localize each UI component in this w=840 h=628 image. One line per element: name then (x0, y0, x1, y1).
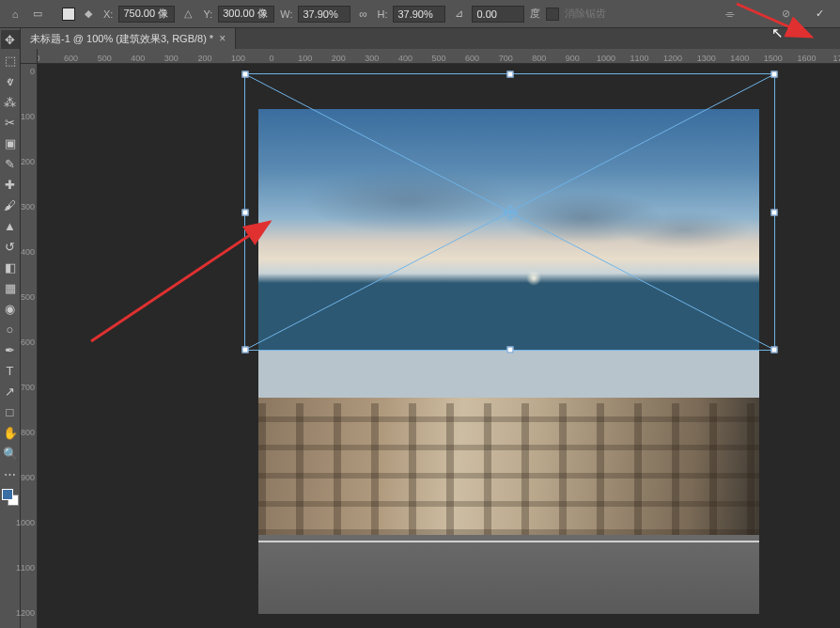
ruler-tick: 500 (21, 292, 35, 302)
ruler-tick: 1000 (16, 518, 35, 527)
eyedropper-tool[interactable]: ✎ (1, 154, 20, 173)
ruler-tick: 1000 (597, 54, 615, 63)
lasso-tool[interactable]: ⱴ (1, 71, 20, 90)
ruler-tick: 200 (332, 54, 346, 63)
ruler-tick: 200 (197, 54, 211, 63)
ruler-tick: 500 (98, 54, 112, 63)
x-input[interactable] (118, 6, 175, 23)
move-tool[interactable]: ✥ (1, 30, 20, 49)
ruler-horizontal[interactable]: 0600500400300200100010020030040050060070… (38, 49, 840, 64)
ruler-tick: 700 (499, 54, 513, 63)
zoom-tool[interactable]: 🔍 (1, 444, 20, 463)
ruler-tick: 0 (30, 67, 35, 76)
ruler-tick: 500 (431, 54, 445, 63)
ruler-tick: 600 (21, 338, 35, 347)
annotation-arrow-left (86, 214, 279, 346)
handle-e[interactable] (771, 209, 778, 215)
rotate-icon[interactable]: ⊿ (449, 5, 468, 24)
xy-delta-icon[interactable]: △ (179, 5, 197, 24)
svg-line-2 (91, 222, 270, 341)
ruler-tick: 400 (131, 54, 145, 63)
toolbox: ✥⬚ⱴ⁂✂▣✎✚🖌▲↺◧▦◉○✒T↗□✋🔍⋯ (0, 28, 21, 628)
w-input[interactable] (298, 6, 350, 23)
handle-nw[interactable] (242, 71, 249, 78)
dodge-tool[interactable]: ○ (1, 320, 20, 338)
ruler-tick: 1300 (697, 54, 716, 63)
image-layer-sky[interactable] (258, 109, 759, 351)
wand-tool[interactable]: ⁂ (1, 92, 20, 111)
stamp-tool[interactable]: ▲ (1, 216, 20, 235)
marquee-tool[interactable]: ⬚ (1, 51, 20, 70)
ruler-tick: 170 (832, 54, 840, 63)
history-brush-tool[interactable]: ↺ (1, 237, 20, 256)
document-tab[interactable]: 未标题-1 @ 100% (建筑效果3, RGB/8) * × (21, 28, 236, 49)
brush-tool[interactable]: 🖌 (1, 196, 20, 214)
eraser-tool[interactable]: ◧ (1, 258, 20, 276)
ruler-tick: 1500 (764, 54, 783, 63)
path-tool[interactable]: ↗ (1, 382, 20, 400)
ruler-tick: 300 (164, 54, 179, 63)
hand-tool[interactable]: ✋ (1, 423, 20, 442)
annotation-arrow-right (729, 0, 814, 39)
gradient-tool[interactable]: ▦ (1, 278, 20, 297)
ruler-tick: 600 (64, 54, 78, 63)
blur-tool[interactable]: ◉ (1, 299, 20, 318)
handle-s[interactable] (506, 347, 513, 353)
h-input[interactable] (393, 6, 445, 23)
ruler-tick: 600 (465, 54, 479, 63)
building-texture (258, 403, 759, 535)
antialias-checkbox[interactable] (546, 8, 559, 21)
color-swatches[interactable] (2, 489, 19, 506)
ruler-tick: 900 (21, 473, 35, 482)
ruler-tick: 0 (270, 54, 274, 63)
frame-tool[interactable]: ▣ (1, 133, 20, 152)
ruler-tick: 0 (38, 54, 40, 63)
healing-tool[interactable]: ✚ (1, 175, 20, 194)
ruler-tick: 400 (398, 54, 412, 63)
ruler-tick: 1200 (663, 54, 682, 63)
ruler-tick: 1100 (16, 563, 35, 573)
transform-preset-icon[interactable]: ▭ (28, 5, 47, 24)
ruler-tick: 1600 (797, 54, 816, 63)
handle-n[interactable] (506, 71, 513, 78)
pen-tool[interactable]: ✒ (1, 340, 20, 359)
edit-toolbar[interactable]: ⋯ (1, 464, 20, 483)
home-icon[interactable]: ⌂ (6, 5, 24, 24)
y-label: Y: (203, 8, 212, 20)
aspect-lock-icon[interactable]: ∞ (354, 6, 371, 23)
document-tab-bar: 未标题-1 @ 100% (建筑效果3, RGB/8) * × (21, 28, 840, 49)
image-layer-street[interactable] (258, 351, 759, 614)
ruler-tick: 1100 (630, 54, 648, 63)
ruler-tick: 800 (21, 428, 35, 437)
ruler-tick: 300 (21, 202, 35, 212)
type-tool[interactable]: T (1, 361, 20, 380)
ruler-tick: 300 (365, 54, 379, 63)
x-label: X: (103, 8, 113, 20)
w-label: W: (280, 8, 292, 20)
handle-ne[interactable] (771, 71, 778, 78)
ruler-tick: 900 (566, 54, 580, 63)
y-input[interactable] (218, 6, 274, 23)
degree-label: 度 (530, 7, 540, 21)
ruler-tick: 100 (231, 54, 245, 63)
canvas-area[interactable] (38, 64, 840, 628)
ruler-tick: 1400 (730, 54, 749, 63)
ruler-tick: 800 (532, 54, 546, 63)
ruler-corner (21, 49, 38, 64)
handle-sw[interactable] (242, 347, 249, 353)
handle-se[interactable] (771, 347, 778, 353)
ruler-tick: 1200 (16, 608, 35, 618)
svg-line-3 (737, 4, 809, 36)
crop-tool[interactable]: ✂ (1, 113, 20, 132)
reference-point-toggle[interactable] (62, 8, 75, 21)
antialias-label: 消除锯齿 (565, 7, 606, 21)
ruler-tick: 200 (21, 157, 35, 166)
ruler-tick: 100 (298, 54, 312, 63)
ruler-tick: 100 (21, 112, 35, 121)
options-bar: ⌂ ▭ ◆ X: △ Y: W: ∞ H: ⊿ 度 消除锯齿 ⌯ ⊘ ✓ (0, 0, 840, 28)
ruler-vertical[interactable]: 0100200300400500600700800900100011001200 (21, 64, 38, 628)
rotate-input[interactable] (472, 6, 524, 23)
reference-point-icon[interactable]: ◆ (79, 5, 98, 24)
close-tab-icon[interactable]: × (219, 32, 226, 45)
shape-tool[interactable]: □ (1, 402, 20, 421)
